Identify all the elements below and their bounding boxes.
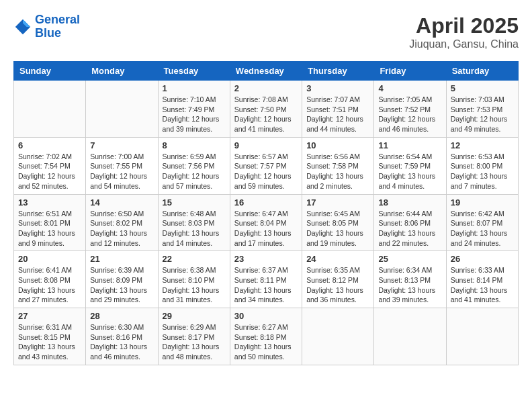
logo-text: General Blue (35, 13, 80, 40)
calendar-week-row: 13Sunrise: 6:51 AMSunset: 8:01 PMDayligh… (14, 194, 519, 251)
day-info: Sunrise: 6:51 AMSunset: 8:01 PMDaylight:… (18, 209, 81, 248)
calendar-cell: 2Sunrise: 7:08 AMSunset: 7:50 PMDaylight… (230, 81, 302, 138)
day-number: 2 (234, 83, 298, 93)
day-number: 6 (18, 140, 81, 150)
day-number: 27 (18, 311, 81, 321)
weekday-header-saturday: Saturday (446, 62, 518, 81)
day-info: Sunrise: 6:44 AMSunset: 8:06 PMDaylight:… (378, 209, 441, 248)
calendar-cell: 22Sunrise: 6:38 AMSunset: 8:10 PMDayligh… (158, 251, 230, 308)
day-number: 29 (163, 311, 226, 321)
calendar-cell: 25Sunrise: 6:34 AMSunset: 8:13 PMDayligh… (374, 251, 446, 308)
calendar-cell (86, 81, 158, 138)
calendar-cell: 1Sunrise: 7:10 AMSunset: 7:49 PMDaylight… (158, 81, 230, 138)
page-header: General Blue April 2025 Jiuquan, Gansu, … (13, 13, 519, 50)
calendar-week-row: 27Sunrise: 6:31 AMSunset: 8:15 PMDayligh… (14, 308, 519, 365)
calendar-cell (446, 308, 518, 365)
calendar-cell: 11Sunrise: 6:54 AMSunset: 7:59 PMDayligh… (374, 137, 446, 194)
day-number: 24 (306, 254, 369, 264)
calendar-week-row: 20Sunrise: 6:41 AMSunset: 8:08 PMDayligh… (14, 251, 519, 308)
calendar-cell (302, 308, 374, 365)
calendar-cell: 4Sunrise: 7:05 AMSunset: 7:52 PMDaylight… (374, 81, 446, 138)
day-info: Sunrise: 6:34 AMSunset: 8:13 PMDaylight:… (378, 265, 441, 305)
weekday-header-friday: Friday (374, 62, 446, 81)
day-info: Sunrise: 6:54 AMSunset: 7:59 PMDaylight:… (378, 152, 441, 191)
calendar-cell: 16Sunrise: 6:47 AMSunset: 8:04 PMDayligh… (230, 194, 302, 251)
day-number: 17 (306, 197, 369, 208)
day-info: Sunrise: 6:33 AMSunset: 8:14 PMDaylight:… (451, 265, 514, 305)
weekday-header-sunday: Sunday (14, 62, 86, 81)
calendar-cell: 10Sunrise: 6:56 AMSunset: 7:58 PMDayligh… (302, 137, 374, 194)
day-info: Sunrise: 7:08 AMSunset: 7:50 PMDaylight:… (234, 95, 298, 134)
day-number: 26 (451, 254, 514, 264)
weekday-header-thursday: Thursday (302, 62, 374, 81)
weekday-header-monday: Monday (86, 62, 158, 81)
calendar-cell: 30Sunrise: 6:27 AMSunset: 8:18 PMDayligh… (230, 308, 302, 365)
day-info: Sunrise: 6:39 AMSunset: 8:09 PMDaylight:… (90, 265, 153, 305)
day-number: 5 (451, 83, 514, 93)
day-number: 11 (378, 140, 441, 150)
calendar-cell: 20Sunrise: 6:41 AMSunset: 8:08 PMDayligh… (14, 251, 86, 308)
day-number: 25 (378, 254, 441, 264)
day-number: 18 (378, 197, 441, 208)
weekday-header-wednesday: Wednesday (230, 62, 302, 81)
day-number: 14 (90, 197, 153, 208)
day-number: 23 (234, 254, 298, 264)
day-info: Sunrise: 6:42 AMSunset: 8:07 PMDaylight:… (451, 209, 514, 248)
day-info: Sunrise: 6:30 AMSunset: 8:16 PMDaylight:… (90, 322, 153, 362)
title-block: April 2025 Jiuquan, Gansu, China (409, 13, 519, 50)
day-number: 28 (90, 311, 153, 321)
day-info: Sunrise: 6:41 AMSunset: 8:08 PMDaylight:… (18, 265, 81, 305)
day-number: 30 (234, 311, 298, 321)
logo-line2: Blue (35, 26, 61, 40)
day-number: 1 (163, 83, 226, 93)
day-info: Sunrise: 6:27 AMSunset: 8:18 PMDaylight:… (234, 322, 298, 362)
calendar-title: April 2025 (409, 13, 519, 38)
calendar-week-row: 1Sunrise: 7:10 AMSunset: 7:49 PMDaylight… (14, 81, 519, 138)
day-info: Sunrise: 6:59 AMSunset: 7:56 PMDaylight:… (163, 152, 226, 191)
day-info: Sunrise: 6:57 AMSunset: 7:57 PMDaylight:… (234, 152, 298, 191)
day-info: Sunrise: 6:45 AMSunset: 8:05 PMDaylight:… (306, 209, 369, 248)
day-info: Sunrise: 6:50 AMSunset: 8:02 PMDaylight:… (90, 209, 153, 248)
day-info: Sunrise: 7:10 AMSunset: 7:49 PMDaylight:… (163, 95, 226, 134)
calendar-cell: 8Sunrise: 6:59 AMSunset: 7:56 PMDaylight… (158, 137, 230, 194)
calendar-cell: 5Sunrise: 7:03 AMSunset: 7:53 PMDaylight… (446, 81, 518, 138)
calendar-cell: 18Sunrise: 6:44 AMSunset: 8:06 PMDayligh… (374, 194, 446, 251)
day-number: 21 (90, 254, 153, 264)
calendar-cell: 7Sunrise: 7:00 AMSunset: 7:55 PMDaylight… (86, 137, 158, 194)
calendar-cell: 15Sunrise: 6:48 AMSunset: 8:03 PMDayligh… (158, 194, 230, 251)
day-number: 20 (18, 254, 81, 264)
day-info: Sunrise: 6:38 AMSunset: 8:10 PMDaylight:… (163, 265, 226, 305)
calendar-subtitle: Jiuquan, Gansu, China (409, 38, 519, 50)
day-number: 12 (451, 140, 514, 150)
calendar-cell: 14Sunrise: 6:50 AMSunset: 8:02 PMDayligh… (86, 194, 158, 251)
day-number: 16 (234, 197, 298, 208)
day-info: Sunrise: 6:53 AMSunset: 8:00 PMDaylight:… (451, 152, 514, 191)
logo-line1: General (35, 13, 80, 26)
calendar-cell: 6Sunrise: 7:02 AMSunset: 7:54 PMDaylight… (14, 137, 86, 194)
day-info: Sunrise: 6:37 AMSunset: 8:11 PMDaylight:… (234, 265, 298, 305)
day-info: Sunrise: 6:48 AMSunset: 8:03 PMDaylight:… (163, 209, 226, 248)
day-number: 7 (90, 140, 153, 150)
calendar-cell: 9Sunrise: 6:57 AMSunset: 7:57 PMDaylight… (230, 137, 302, 194)
day-info: Sunrise: 6:35 AMSunset: 8:12 PMDaylight:… (306, 265, 369, 305)
calendar-cell: 17Sunrise: 6:45 AMSunset: 8:05 PMDayligh… (302, 194, 374, 251)
day-number: 3 (306, 83, 369, 93)
calendar-cell: 28Sunrise: 6:30 AMSunset: 8:16 PMDayligh… (86, 308, 158, 365)
day-number: 15 (163, 197, 226, 208)
day-number: 8 (163, 140, 226, 150)
weekday-header-row: SundayMondayTuesdayWednesdayThursdayFrid… (14, 62, 519, 81)
calendar-cell: 26Sunrise: 6:33 AMSunset: 8:14 PMDayligh… (446, 251, 518, 308)
day-number: 4 (378, 83, 441, 93)
day-number: 9 (234, 140, 298, 150)
calendar-cell: 27Sunrise: 6:31 AMSunset: 8:15 PMDayligh… (14, 308, 86, 365)
calendar-cell: 12Sunrise: 6:53 AMSunset: 8:00 PMDayligh… (446, 137, 518, 194)
day-number: 10 (306, 140, 369, 150)
calendar-cell: 13Sunrise: 6:51 AMSunset: 8:01 PMDayligh… (14, 194, 86, 251)
day-info: Sunrise: 7:02 AMSunset: 7:54 PMDaylight:… (18, 152, 81, 191)
day-info: Sunrise: 6:56 AMSunset: 7:58 PMDaylight:… (306, 152, 369, 191)
calendar-cell: 29Sunrise: 6:29 AMSunset: 8:17 PMDayligh… (158, 308, 230, 365)
day-info: Sunrise: 6:29 AMSunset: 8:17 PMDaylight:… (163, 322, 226, 362)
day-info: Sunrise: 6:47 AMSunset: 8:04 PMDaylight:… (234, 209, 298, 248)
calendar-cell: 23Sunrise: 6:37 AMSunset: 8:11 PMDayligh… (230, 251, 302, 308)
day-info: Sunrise: 7:07 AMSunset: 7:51 PMDaylight:… (306, 95, 369, 134)
